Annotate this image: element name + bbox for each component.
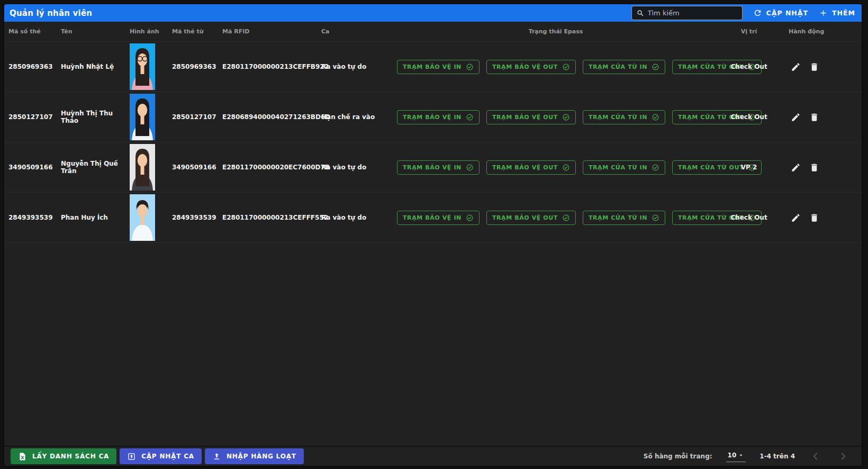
cell-shift: Ra vào tự do: [321, 214, 397, 221]
cell-epass-status: TRẠM BẢO VỆ INTRẠM BẢO VỆ OUTTRẠM CỬA TỪ…: [397, 160, 715, 175]
upload-icon: [212, 452, 221, 461]
column-header-9: Hành động: [783, 28, 862, 35]
check-circle-icon: [466, 164, 474, 172]
status-chip-label: TRẠM BẢO VỆ IN: [403, 64, 462, 70]
epass-status-chip[interactable]: TRẠM BẢO VỆ OUT: [486, 60, 576, 74]
employee-photo: [130, 144, 172, 191]
epass-status-chip[interactable]: TRẠM BẢO VỆ OUT: [486, 211, 576, 225]
pagination: Số hàng mỗi trang: 10 1-4 trên 4: [644, 449, 850, 463]
search-input[interactable]: [648, 9, 738, 17]
delete-button[interactable]: [807, 110, 821, 124]
rows-per-page-value: 10: [728, 452, 737, 459]
cell-card-number: 2850969363: [8, 63, 61, 70]
check-circle-icon: [562, 63, 570, 71]
column-header-5: Mã RFID: [222, 28, 321, 35]
pencil-icon: [791, 112, 801, 122]
column-header-7: Trạng thái Epass: [397, 28, 715, 35]
trash-icon: [809, 213, 819, 223]
cell-epass-status: TRẠM BẢO VỆ INTRẠM BẢO VỆ OUTTRẠM CỬA TỪ…: [397, 211, 715, 225]
epass-status-chip[interactable]: TRẠM BẢO VỆ IN: [397, 211, 480, 225]
check-circle-icon: [466, 113, 474, 121]
status-chip-label: TRẠM BẢO VỆ OUT: [492, 164, 558, 171]
check-circle-icon: [562, 113, 570, 121]
cell-magnetic-card: 2850969363: [172, 63, 222, 70]
cell-name: Huỳnh Thị Thu Thảo: [61, 110, 130, 124]
search-box[interactable]: [631, 6, 743, 20]
cell-name: Nguyễn Thị Quế Trân: [61, 160, 130, 175]
status-chip-label: TRẠM BẢO VỆ IN: [403, 164, 462, 171]
cell-actions: [783, 211, 862, 224]
epass-status-chip[interactable]: TRẠM CỬA TỪ IN: [583, 60, 665, 74]
epass-status-chip[interactable]: TRẠM BẢO VỆ IN: [397, 160, 480, 175]
epass-status-chip[interactable]: TRẠM CỬA TỪ IN: [583, 160, 665, 175]
edit-button[interactable]: [789, 211, 802, 224]
chevron-left-icon: [810, 450, 821, 462]
page-title: Quản lý nhân viên: [10, 8, 92, 18]
epass-status-chip[interactable]: TRẠM CỬA TỪ IN: [583, 110, 665, 124]
search-icon: [636, 9, 644, 17]
cell-shift: Hạn chế ra vào: [321, 113, 397, 121]
edit-button[interactable]: [789, 110, 802, 124]
status-chip-label: TRẠM BẢO VỆ IN: [403, 114, 462, 121]
column-header-1: Mã số thẻ: [8, 28, 61, 35]
update-shift-button[interactable]: CẬP NHẬT CA: [120, 448, 202, 464]
cell-actions: [783, 110, 862, 124]
employee-photo: [130, 94, 172, 140]
refresh-icon: [753, 8, 762, 17]
content-card: Quản lý nhân viên CẬP NHẬT THÊM Mã số th…: [4, 4, 862, 466]
rows-per-page-select[interactable]: 10: [726, 450, 746, 462]
chevron-right-icon: [837, 450, 849, 462]
edit-button[interactable]: [789, 60, 802, 74]
bulk-import-button[interactable]: NHẬP HÀNG LOẠT: [205, 448, 304, 464]
cell-location: Check Out: [715, 113, 783, 121]
check-circle-icon: [466, 214, 474, 222]
delete-button[interactable]: [807, 160, 821, 174]
epass-status-chip[interactable]: TRẠM CỬA TỪ IN: [583, 211, 665, 225]
add-button[interactable]: THÊM: [819, 8, 855, 17]
cell-actions: [783, 160, 862, 174]
status-chip-label: TRẠM CỬA TỪ IN: [589, 64, 647, 70]
epass-status-chip[interactable]: TRẠM BẢO VỆ IN: [397, 60, 480, 74]
upgrade-icon: [127, 452, 136, 461]
epass-status-chip[interactable]: TRẠM BẢO VỆ IN: [397, 110, 480, 124]
cell-name: Huỳnh Nhật Lệ: [61, 63, 130, 70]
pagination-range: 1-4 trên 4: [760, 453, 795, 460]
rows-per-page-label: Số hàng mỗi trang:: [644, 453, 712, 460]
check-circle-icon: [652, 164, 659, 172]
cell-shift: Ra vào tự do: [321, 63, 397, 70]
trash-icon: [809, 112, 819, 122]
edit-button[interactable]: [789, 160, 802, 174]
cell-rfid: E2806894000040271263BD6D: [222, 113, 321, 121]
status-chip-label: TRẠM CỬA TỪ IN: [589, 214, 647, 221]
table-header-row: Mã số thẻTênHình ảnhMã thẻ từMã RFIDCaTr…: [4, 22, 862, 42]
column-header-3: Hình ảnh: [130, 28, 172, 35]
add-button-label: THÊM: [832, 9, 855, 17]
status-chip-label: TRẠM BẢO VỆ IN: [403, 214, 462, 221]
get-shift-list-button-label: LẤY DANH SÁCH CA: [32, 453, 109, 460]
epass-status-chip[interactable]: TRẠM BẢO VỆ OUT: [486, 160, 576, 175]
trash-icon: [809, 163, 819, 173]
get-shift-list-button[interactable]: LẤY DANH SÁCH CA: [11, 448, 116, 464]
delete-button[interactable]: [807, 60, 821, 74]
delete-button[interactable]: [807, 211, 821, 224]
bulk-import-button-label: NHẬP HÀNG LOẠT: [227, 453, 296, 460]
table-row: 2850127107 Huỳnh Thị Thu Thảo 2850127107…: [4, 92, 862, 142]
status-chip-label: TRẠM BẢO VỆ OUT: [492, 214, 558, 221]
column-header-2: Tên: [61, 28, 130, 35]
cell-name: Phan Huy Ích: [61, 214, 130, 221]
column-header-4: Mã thẻ từ: [172, 28, 222, 35]
check-circle-icon: [562, 164, 570, 172]
cell-epass-status: TRẠM BẢO VỆ INTRẠM BẢO VỆ OUTTRẠM CỬA TỪ…: [397, 110, 715, 124]
cell-magnetic-card: 3490509166: [172, 164, 222, 171]
next-page-button[interactable]: [836, 449, 850, 463]
update-button[interactable]: CẬP NHẬT: [753, 8, 808, 17]
footer-bar: LẤY DANH SÁCH CACẬP NHẬT CANHẬP HÀNG LOẠ…: [4, 446, 862, 466]
table-row: 2850969363 Huỳnh Nhật Lệ 2850969363 E280…: [4, 42, 862, 92]
previous-page-button[interactable]: [809, 449, 822, 463]
check-circle-icon: [562, 214, 570, 222]
cell-rfid: E28011700000020EC7600D7B: [222, 164, 321, 171]
cell-location: Check Out: [715, 214, 783, 221]
pencil-icon: [791, 213, 801, 223]
cell-location: VP 2: [715, 164, 783, 171]
epass-status-chip[interactable]: TRẠM BẢO VỆ OUT: [486, 110, 576, 124]
